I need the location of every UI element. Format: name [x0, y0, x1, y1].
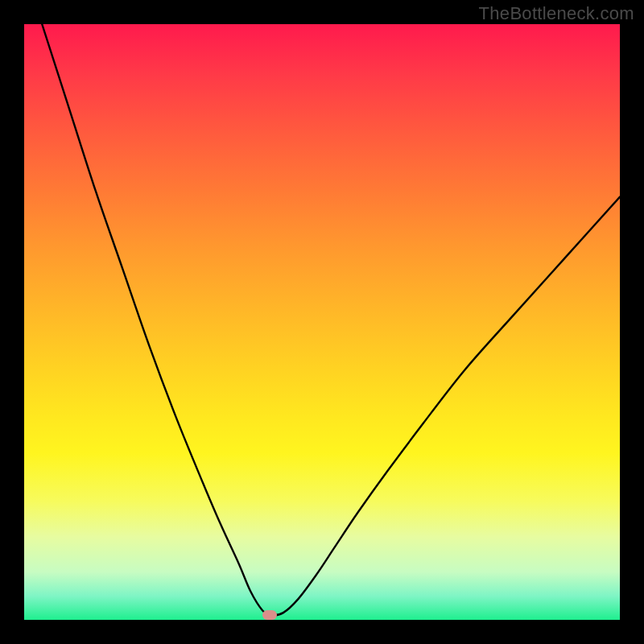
plot-area: [24, 24, 620, 620]
curve-path: [42, 24, 620, 615]
minimum-marker: [262, 610, 277, 620]
bottleneck-curve: [24, 24, 620, 620]
chart-frame: TheBottleneck.com: [0, 0, 644, 644]
watermark-text: TheBottleneck.com: [479, 3, 634, 24]
